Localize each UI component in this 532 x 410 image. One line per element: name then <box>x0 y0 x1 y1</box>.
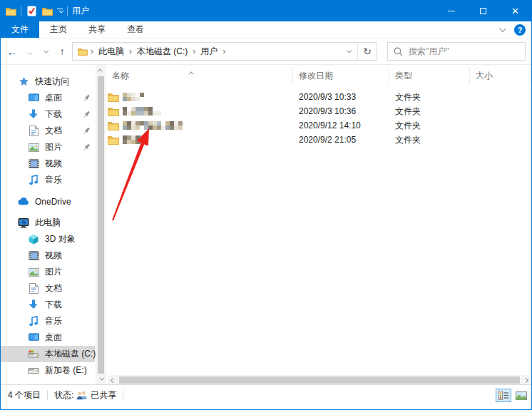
folder-icon <box>108 93 119 102</box>
ribbon-tab-row: 文件主页共享查看 ? <box>1 21 531 39</box>
sidebar-item-label: 桌面 <box>45 332 62 344</box>
item-count: 4 个项目 <box>8 389 41 401</box>
scroll-right-icon[interactable] <box>521 375 531 385</box>
music-icon <box>28 316 39 327</box>
scrollbar-thumb[interactable] <box>119 376 520 384</box>
sidebar-item[interactable]: 音乐 <box>1 172 95 188</box>
sidebar-item[interactable]: 音乐 <box>1 313 95 329</box>
content-area: 快速访问桌面下载文档图片视频音乐OneDrive此电脑3D 对象视频图片文档下载… <box>1 65 531 385</box>
maximize-button[interactable] <box>467 1 499 21</box>
sidebar-item-label: 图片 <box>45 266 62 278</box>
downloads-icon <box>28 109 39 121</box>
breadcrumb-item[interactable]: 本地磁盘 (C:) <box>134 46 190 58</box>
properties-icon[interactable] <box>26 6 37 17</box>
recent-locations-chevron-icon[interactable] <box>39 43 53 59</box>
sidebar-item[interactable]: 文档 <box>1 123 95 139</box>
tab-ribbon[interactable]: 查看 <box>116 21 155 38</box>
address-bar[interactable]: ›此电脑›本地磁盘 (C:)›用户› ↻ <box>72 42 377 61</box>
breadcrumb-item[interactable]: 用户 <box>198 46 220 58</box>
file-type-cell: 文件夹 <box>389 120 470 132</box>
navigation-bar: ← → ↑ ›此电脑›本地磁盘 (C:)›用户› ↻ <box>1 39 531 65</box>
toolbar-separator <box>67 6 68 16</box>
file-row[interactable]: 2020/9/2 21:05文件夹 <box>106 133 531 147</box>
desktop-icon <box>28 93 39 104</box>
tab-file[interactable]: 文件 <box>1 21 39 38</box>
sidebar-item-label: 桌面 <box>45 92 62 104</box>
back-button[interactable]: ← <box>5 43 19 59</box>
sidebar-item[interactable]: 快速访问 <box>1 73 95 90</box>
sidebar-item[interactable]: 文档 <box>1 280 95 297</box>
address-dropdown-chevron-icon[interactable] <box>339 43 357 60</box>
customize-quick-access-caret-icon[interactable] <box>57 9 63 14</box>
sidebar-item[interactable]: 此电脑 <box>1 215 95 231</box>
sidebar-item[interactable]: OneDrive <box>1 193 95 210</box>
scroll-down-icon[interactable] <box>96 374 106 385</box>
forward-button[interactable]: → <box>22 43 36 59</box>
search-input[interactable] <box>409 46 519 56</box>
sidebar-item[interactable]: 下载 <box>1 297 95 313</box>
breadcrumb: ›此电脑›本地磁盘 (C:)›用户› <box>73 46 339 58</box>
status-value: 已共享 <box>91 389 116 401</box>
breadcrumb-item[interactable]: 此电脑 <box>96 46 127 58</box>
search-box[interactable] <box>387 42 526 61</box>
divider <box>47 390 48 400</box>
tab-ribbon[interactable]: 共享 <box>78 21 116 38</box>
tab-ribbon[interactable]: 主页 <box>39 21 78 38</box>
sidebar-item[interactable]: 视频 <box>1 247 95 264</box>
minimize-button[interactable] <box>435 1 467 21</box>
refresh-icon[interactable]: ↻ <box>358 43 377 60</box>
sidebar-item[interactable]: 3D 对象 <box>1 231 95 247</box>
documents-icon <box>28 125 39 137</box>
file-name-cell <box>106 107 293 116</box>
divider <box>123 390 123 400</box>
sidebar-item[interactable]: 图片 <box>1 139 95 155</box>
redacted-name-mosaic <box>123 107 161 116</box>
up-button[interactable]: ↑ <box>56 43 70 59</box>
column-header[interactable]: 大小 <box>470 67 531 85</box>
horizontal-scrollbar[interactable] <box>108 375 531 385</box>
sidebar-item-label: 音乐 <box>45 174 62 186</box>
pictures-icon <box>28 142 39 153</box>
column-header[interactable]: 名称 <box>106 67 293 85</box>
sidebar-item[interactable]: 新加卷 (E:) <box>1 362 95 379</box>
sidebar-item[interactable]: 视频 <box>1 155 95 172</box>
sidebar-item-label: 文档 <box>45 125 62 137</box>
details-view-button[interactable] <box>496 389 511 402</box>
close-button[interactable]: ✕ <box>499 1 531 21</box>
file-row[interactable]: 2020/9/3 10:36文件夹 <box>106 104 531 118</box>
large-icons-view-button[interactable] <box>513 389 529 402</box>
scrollbar-thumb[interactable] <box>98 76 104 374</box>
search-icon <box>394 47 403 56</box>
sidebar-item-label: 3D 对象 <box>45 233 76 245</box>
breadcrumb-separator-icon: › <box>128 46 133 56</box>
sidebar-item[interactable]: 桌面 <box>1 90 95 106</box>
downloads-icon <box>28 299 39 311</box>
file-date-cell: 2020/9/3 10:36 <box>293 106 389 116</box>
file-date-cell: 2020/9/3 10:33 <box>293 92 389 102</box>
3d-objects-icon <box>28 234 39 245</box>
scroll-up-icon[interactable] <box>96 65 106 76</box>
sidebar-item-label: 文档 <box>45 282 62 294</box>
sidebar-item[interactable]: 图片 <box>1 264 95 280</box>
file-type-cell: 文件夹 <box>389 134 470 146</box>
file-type-cell: 文件夹 <box>389 106 470 118</box>
scroll-left-icon[interactable] <box>108 375 118 385</box>
quick-access-star-icon <box>18 76 29 88</box>
sidebar-item[interactable]: 本地磁盘 (C:) <box>1 346 95 362</box>
expand-ribbon-chevron-icon[interactable] <box>499 25 506 32</box>
file-row[interactable]: 2020/9/12 14:10文件夹 <box>106 118 531 133</box>
window-controls: ✕ <box>435 1 531 21</box>
videos-icon <box>28 158 39 170</box>
file-date-cell: 2020/9/2 21:05 <box>293 135 389 145</box>
file-name-cell <box>106 93 293 102</box>
breadcrumb-separator-icon: › <box>90 46 94 56</box>
file-row[interactable]: 2020/9/3 10:33文件夹 <box>106 90 531 104</box>
sidebar-item[interactable]: 下载 <box>1 106 95 123</box>
column-header[interactable]: 类型 <box>389 67 470 85</box>
sidebar-item-label: 快速访问 <box>35 76 69 88</box>
sidebar-scrollbar[interactable] <box>96 65 106 385</box>
sidebar-item[interactable]: 桌面 <box>1 329 95 346</box>
help-icon[interactable]: ? <box>514 24 526 36</box>
new-folder-icon[interactable] <box>41 6 53 17</box>
column-header[interactable]: 修改日期 <box>293 67 389 85</box>
